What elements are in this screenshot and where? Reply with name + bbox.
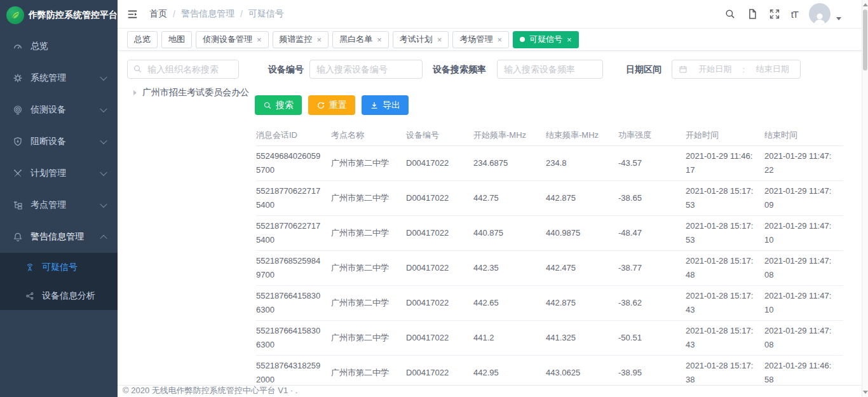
cell-site-name: 广州市第二中学 xyxy=(331,181,406,215)
cell-end-freq: 442.875 xyxy=(546,286,618,320)
scroll-up-arrow-icon[interactable] xyxy=(863,3,868,6)
sidebar-item-detection-devices[interactable]: 侦测设备 xyxy=(0,94,118,126)
sidebar-item-label: 阻断设备 xyxy=(31,136,66,147)
cell-device-no: D00417022 xyxy=(406,146,473,180)
topbar-actions: tT xyxy=(724,3,859,25)
sidebar-item-device-info-analysis[interactable]: 设备信息分析 xyxy=(0,281,118,310)
sidebar-item-label: 计划管理 xyxy=(31,168,66,179)
topbar: 首页 / 警告信息管理 / 可疑信号 tT xyxy=(118,0,868,29)
reset-button[interactable]: 重置 xyxy=(308,95,355,115)
sidebar-item-site-management[interactable]: 考点管理 xyxy=(0,189,118,221)
cell-session-id: 552187664158306300 xyxy=(256,321,331,355)
breadcrumb-alert-info-management[interactable]: 警告信息管理 xyxy=(181,8,234,20)
cell-end-time: 2021-01-29 11:47:08 xyxy=(764,251,843,285)
calendar-icon xyxy=(679,65,688,74)
font-size-icon[interactable]: tT xyxy=(791,9,798,20)
end-date-placeholder: 结束日期 xyxy=(745,64,800,75)
tab-suspicious-signals[interactable]: 可疑信号 xyxy=(513,31,579,48)
scroll-down-arrow-icon[interactable] xyxy=(863,391,868,394)
cell-session-id: 552496840260595700 xyxy=(256,146,331,180)
docs-icon[interactable] xyxy=(747,8,758,20)
cell-device-no: D00417022 xyxy=(406,286,473,320)
avatar-caret-down-icon[interactable] xyxy=(836,17,841,20)
sidebar: 作弊防控系统管控平台 总览 系统管理 侦测设备 阻断设 xyxy=(0,0,118,397)
cell-end-freq: 234.8 xyxy=(546,146,618,180)
table-row: 552187706227175400 广州市第二中学 D00417022 440… xyxy=(256,216,843,251)
copyright-text: © 2020 无线电作弊防控系统管控中心平台 V1 · . xyxy=(123,386,297,395)
cell-session-id: 552187643182592000 xyxy=(256,356,331,385)
app-title: 作弊防控系统管控平台 xyxy=(29,10,118,21)
tab-close-icon[interactable] xyxy=(437,36,442,44)
cell-device-no: D00417022 xyxy=(406,356,473,385)
fullscreen-icon[interactable] xyxy=(769,8,780,20)
cell-start-time: 2021-01-28 15:17:53 xyxy=(686,216,764,250)
chevron-icon xyxy=(100,235,107,242)
tab-overview[interactable]: 总览 xyxy=(127,31,158,48)
sidebar-item-label: 系统管理 xyxy=(31,72,66,84)
antenna-icon xyxy=(25,263,34,272)
tab-close-icon[interactable] xyxy=(317,36,322,44)
cell-end-time: 2021-01-29 11:47:09 xyxy=(764,181,843,215)
cell-device-no: D00417022 xyxy=(406,321,473,355)
sidebar-item-suspicious-signals[interactable]: 可疑信号 xyxy=(0,253,118,281)
tab-detection-device-management[interactable]: 侦测设备管理 xyxy=(196,31,269,48)
sidebar-item-blocking-devices[interactable]: 阻断设备 xyxy=(0,126,118,158)
org-tree-node[interactable]: 广州市招生考试委员会办公 xyxy=(133,87,249,98)
tab-map[interactable]: 地图 xyxy=(161,31,192,48)
breadcrumb-separator: / xyxy=(240,9,243,19)
org-name-search-input[interactable] xyxy=(127,60,239,79)
sidebar-item-label: 考点管理 xyxy=(31,199,66,211)
chevron-icon xyxy=(100,169,107,176)
cell-end-time: 2021-01-29 11:47:10 xyxy=(764,216,843,250)
breadcrumb-suspicious-signals[interactable]: 可疑信号 xyxy=(248,8,284,20)
caret-right-icon[interactable] xyxy=(133,90,137,95)
search-button[interactable]: 搜索 xyxy=(255,95,302,115)
table-header: 消息会话ID 考点名称 设备编号 开始频率-MHz 结束频率-MHz 功率强度 … xyxy=(256,125,843,146)
date-range-picker[interactable]: 开始日期 : 结束日期 xyxy=(672,60,801,79)
cell-session-id: 552187664158306300 xyxy=(256,286,331,320)
scrollbar-thumb[interactable] xyxy=(863,10,867,71)
cell-device-no: D00417022 xyxy=(406,181,473,215)
sidebar-item-system-management[interactable]: 系统管理 xyxy=(0,62,118,94)
breadcrumb: 首页 / 警告信息管理 / 可疑信号 xyxy=(149,8,284,20)
breadcrumb-home[interactable]: 首页 xyxy=(149,8,167,20)
cell-start-time: 2021-01-28 15:17:53 xyxy=(686,181,764,215)
device-freq-input[interactable] xyxy=(497,60,603,79)
cell-start-time: 2021-01-29 11:46:17 xyxy=(686,146,764,180)
tab-close-icon[interactable] xyxy=(497,36,502,44)
column-header: 开始时间 xyxy=(686,125,764,146)
main-area: 首页 / 警告信息管理 / 可疑信号 tT 总览 xyxy=(118,0,868,397)
table-row: 552496840260595700 广州市第二中学 D00417022 234… xyxy=(256,146,843,181)
tab-label: 可疑信号 xyxy=(529,34,562,45)
tab-close-icon[interactable] xyxy=(567,36,572,44)
tab-close-icon[interactable] xyxy=(377,36,382,44)
search-icon[interactable] xyxy=(724,8,736,20)
tab-close-icon[interactable] xyxy=(257,36,262,44)
tab-exam-plan[interactable]: 考试计划 xyxy=(393,31,449,48)
cell-power: -38.77 xyxy=(618,251,686,285)
device-no-input[interactable] xyxy=(309,60,423,79)
sidebar-menu: 总览 系统管理 侦测设备 阻断设备 计划 xyxy=(0,30,118,310)
avatar[interactable] xyxy=(809,3,831,25)
cell-device-no: D00417022 xyxy=(406,251,473,285)
tab-exam-room-management[interactable]: 考场管理 xyxy=(452,31,509,48)
sidebar-item-plan-management[interactable]: 计划管理 xyxy=(0,158,118,189)
cell-power: -50.51 xyxy=(618,321,686,355)
export-button[interactable]: 导出 xyxy=(362,95,409,115)
tab-spectrum-monitoring[interactable]: 频谱监控 xyxy=(273,31,329,48)
sidebar-item-alert-info-management[interactable]: 警告信息管理 xyxy=(0,221,118,253)
device-no-label: 设备编号 xyxy=(268,60,304,79)
tab-blackwhite-list[interactable]: 黑白名单 xyxy=(332,31,389,48)
cell-site-name: 广州市第二中学 xyxy=(331,321,406,355)
tree-icon xyxy=(13,200,23,210)
hamburger-collapse-icon[interactable] xyxy=(126,8,139,20)
tab-label: 地图 xyxy=(168,34,185,45)
cell-device-no: D00417022 xyxy=(406,216,473,250)
sidebar-item-overview[interactable]: 总览 xyxy=(0,30,118,62)
sidebar-item-label: 警告信息管理 xyxy=(31,231,84,243)
cell-session-id: 552187685259849700 xyxy=(256,251,331,285)
cell-power: -43.57 xyxy=(618,146,686,180)
cell-end-time: 2021-01-29 11:47:08 xyxy=(764,321,843,355)
cell-end-time: 2021-01-29 11:46:58 xyxy=(764,356,843,385)
column-header: 开始频率-MHz xyxy=(473,125,546,146)
